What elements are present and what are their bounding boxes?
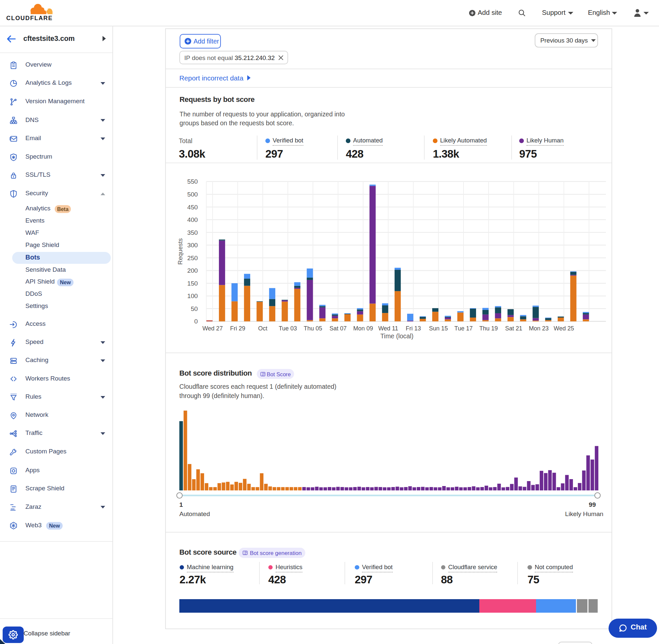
svg-text:Wed 25: Wed 25 bbox=[554, 325, 574, 332]
svg-text:100: 100 bbox=[187, 293, 198, 299]
svg-text:Tue 17: Tue 17 bbox=[454, 325, 472, 332]
svg-text:Tue 03: Tue 03 bbox=[279, 325, 297, 332]
svg-text:0: 0 bbox=[194, 318, 198, 325]
svg-text:450: 450 bbox=[187, 204, 198, 211]
svg-text:Fri 29: Fri 29 bbox=[230, 325, 245, 332]
svg-text:Sat 21: Sat 21 bbox=[505, 325, 522, 332]
svg-text:Fri 13: Fri 13 bbox=[406, 325, 421, 332]
svg-text:Wed 11: Wed 11 bbox=[378, 325, 398, 332]
svg-text:300: 300 bbox=[187, 242, 198, 249]
svg-text:Sun 15: Sun 15 bbox=[429, 325, 448, 332]
svg-text:150: 150 bbox=[187, 280, 198, 287]
svg-text:250: 250 bbox=[187, 255, 198, 261]
svg-text:550: 550 bbox=[187, 178, 198, 185]
svg-text:350: 350 bbox=[187, 229, 198, 236]
svg-text:Mon 09: Mon 09 bbox=[353, 325, 373, 332]
svg-text:Sat 07: Sat 07 bbox=[329, 325, 347, 332]
svg-text:Thu 05: Thu 05 bbox=[304, 325, 322, 332]
svg-text:Requests: Requests bbox=[177, 238, 184, 264]
svg-text:400: 400 bbox=[187, 216, 198, 223]
svg-text:50: 50 bbox=[191, 305, 198, 312]
svg-text:Oct: Oct bbox=[258, 325, 267, 332]
svg-text:200: 200 bbox=[187, 267, 198, 274]
svg-text:500: 500 bbox=[187, 191, 198, 198]
svg-text:Mon 23: Mon 23 bbox=[529, 325, 548, 332]
svg-text:Thu 19: Thu 19 bbox=[479, 325, 498, 332]
svg-text:Wed 27: Wed 27 bbox=[203, 325, 223, 332]
svg-text:Time (local): Time (local) bbox=[380, 332, 414, 340]
